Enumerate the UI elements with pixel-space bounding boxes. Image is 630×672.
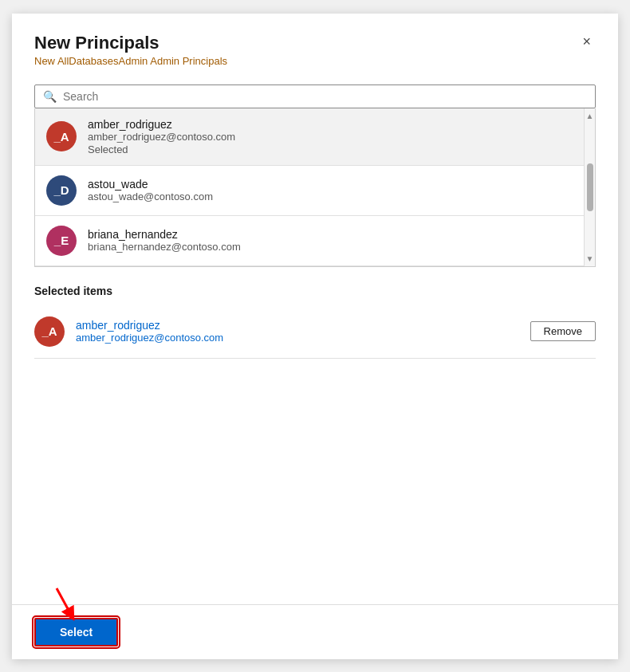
item-email: amber_rodriguez@contoso.com (88, 131, 235, 143)
dialog-subtitle: New AllDatabasesAdmin Admin Principals (34, 55, 227, 67)
selected-entry-name: amber_rodriguez (76, 319, 530, 332)
arrow-indicator (49, 584, 89, 624)
title-area: New Principals New AllDatabasesAdmin Adm… (34, 33, 227, 81)
item-email: astou_wade@contoso.com (88, 191, 213, 202)
selected-entry-email: amber_rodriguez@contoso.com (76, 332, 530, 344)
selected-entry: _A amber_rodriguez amber_rodriguez@conto… (34, 308, 596, 359)
select-btn-wrapper: Select (34, 618, 118, 646)
svg-line-1 (57, 588, 71, 615)
selected-items-list: _A amber_rodriguez amber_rodriguez@conto… (34, 308, 596, 359)
avatar: _A (46, 121, 77, 151)
scroll-down-icon[interactable]: ▼ (585, 253, 596, 265)
item-name: amber_rodriguez (88, 118, 235, 131)
remove-button[interactable]: Remove (530, 321, 596, 341)
list-item[interactable]: _D astou_wade astou_wade@contoso.com (35, 166, 595, 216)
scrollbar-thumb[interactable] (587, 163, 593, 211)
selected-items-heading: Selected items (34, 285, 596, 297)
new-principals-dialog: New Principals New AllDatabasesAdmin Adm… (12, 14, 618, 659)
dialog-header: New Principals New AllDatabasesAdmin Adm… (34, 33, 596, 81)
search-box: 🔍 (34, 84, 596, 108)
scrollbar[interactable]: ▲ ▼ (584, 108, 595, 266)
search-input[interactable] (63, 90, 587, 103)
list-item[interactable]: _A amber_rodriguez amber_rodriguez@conto… (35, 108, 595, 166)
dialog-footer: Select (12, 604, 618, 659)
avatar: _E (46, 226, 77, 256)
principals-list: _A amber_rodriguez amber_rodriguez@conto… (34, 108, 596, 267)
avatar: _D (46, 175, 77, 206)
close-button[interactable]: × (577, 33, 596, 50)
avatar: _A (34, 316, 65, 347)
scroll-up-icon[interactable]: ▲ (585, 110, 596, 122)
item-email: briana_hernandez@contoso.com (88, 241, 241, 253)
search-icon: 🔍 (43, 90, 57, 103)
list-item[interactable]: _E briana_hernandez briana_hernandez@con… (35, 216, 595, 266)
item-name: astou_wade (88, 178, 213, 191)
item-status: Selected (88, 143, 235, 155)
item-name: briana_hernandez (88, 228, 241, 241)
dialog-title: New Principals (34, 33, 227, 53)
